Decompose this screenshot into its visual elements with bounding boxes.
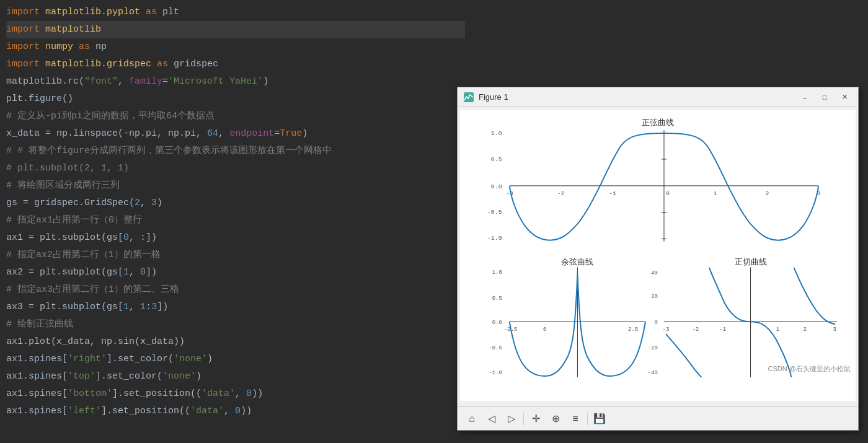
code-token: # 指定ax3占用第二行（1）的第二、三格 [6,281,179,299]
code-token: gs [6,195,23,212]
maximize-button[interactable]: □ [816,91,833,103]
code-line: ax1.spines['right'].set_color('none') [6,351,465,368]
svg-text:20: 20 [651,294,658,300]
code-token: numpy [45,38,73,56]
code-token: 0 [123,229,129,247]
pan-button[interactable]: ✛ [526,410,545,428]
code-token: , np.pi, [157,125,207,143]
svg-text:余弦曲线: 余弦曲线 [561,257,593,266]
code-token: # 将绘图区域分成两行三列 [6,177,120,195]
save-button[interactable]: 💾 [590,410,609,428]
code-token: ].set_position(( [112,385,202,403]
svg-text:-2: -2 [692,327,699,333]
code-line: ax1.spines['left'].set_position(('data',… [6,403,465,420]
code-token: = [29,299,34,316]
code-token: import [6,4,45,21]
code-token: import [6,21,45,38]
config-button[interactable]: ≡ [566,410,585,428]
code-token: 2 [135,195,140,212]
svg-text:正切曲线: 正切曲线 [735,257,767,266]
svg-text:-0.5: -0.5 [487,209,502,216]
home-button[interactable]: ⌂ [463,410,481,428]
plot-area: 正弦曲线 -3 -2 -1 1 2 3 0 1.0 0.5 0.0 -0.5 -… [460,110,856,401]
code-line: # 绘制正弦曲线 [6,316,465,333]
code-token: , [118,73,129,90]
figure-title: Figure 1 [479,92,796,102]
svg-text:-1: -1 [609,190,616,197]
code-token: matplotlib [45,21,101,38]
code-token: ax3 [6,299,29,316]
code-token: 'none' [162,368,196,385]
code-line: import matplotlib [6,21,465,38]
svg-text:-20: -20 [648,345,658,351]
code-token: 1 [140,299,146,316]
code-token: = [29,229,34,247]
code-line: # 定义从-pi到pi之间的数据，平均取64个数据点 [6,108,465,125]
svg-text:1.0: 1.0 [492,270,502,276]
code-token: ax1.spines[ [6,403,68,420]
watermark: CSDN @石头缝里的小松鼠 [768,364,851,374]
zoom-button[interactable]: ⊕ [546,410,565,428]
code-editor[interactable]: import matplotlib.pyplot as pltimport ma… [0,0,465,443]
code-token: , [235,385,246,403]
code-token: 'none' [174,351,207,368]
code-token: 'left' [68,403,101,420]
svg-text:40: 40 [651,270,658,276]
code-token: 3 [151,299,157,316]
code-token: 64 [207,125,218,143]
minimize-button[interactable]: – [796,91,813,103]
code-token: ].set_position(( [101,403,190,420]
code-token: matplotlib.rc( [6,73,84,90]
code-token: ax1.spines[ [6,385,68,403]
code-token: , [140,195,151,212]
code-line: import numpy as np [6,38,465,56]
code-line: # # 将整个figure分成两行两列，第三个参数表示将该图形放在第一个网格中 [6,143,465,160]
svg-text:0.0: 0.0 [491,183,502,190]
code-token: as [140,4,162,21]
code-token: = [274,125,280,143]
code-token: import [6,56,45,73]
forward-button[interactable]: ▷ [502,410,521,428]
code-line: x_data = np.linspace(-np.pi, np.pi, 64, … [6,125,465,143]
svg-text:-0.5: -0.5 [489,345,502,351]
code-token: , :]) [129,229,157,247]
code-token: # 指定ax2占用第二行（1）的第一格 [6,247,161,264]
code-token: 1 [123,299,129,316]
back-button[interactable]: ◁ [482,410,501,428]
code-token: ax2 [6,264,29,281]
svg-text:-2: -2 [557,190,565,197]
code-token: # 指定ax1占用第一行（0）整行 [6,212,142,229]
svg-text:1.0: 1.0 [491,130,502,137]
code-line: ax1.spines['bottom'].set_position(('data… [6,385,465,403]
code-token: matplotlib.gridspec [45,56,151,73]
code-token: ) [207,351,213,368]
code-line: # 指定ax3占用第二行（1）的第二、三格 [6,281,465,299]
code-token: , [224,403,235,420]
svg-text:2: 2 [804,327,807,333]
code-line: ax2 = plt.subplot(gs[1, 0]) [6,264,465,281]
figure-toolbar: ⌂ ◁ ▷ ✛ ⊕ ≡ 💾 [458,406,858,430]
code-token: plt.subplot(gs[ [34,264,123,281]
code-token: ]) [146,264,157,281]
code-token: -np.pi [123,125,157,143]
code-token: gridspec.GridSpec( [29,195,135,212]
svg-text:2: 2 [765,190,769,197]
code-token: np [95,38,107,56]
code-token: ].set_color( [95,368,162,385]
code-line: # plt.subplot(2, 1, 1) [6,160,465,177]
code-token: = [162,73,168,90]
code-token: 1 [123,264,129,281]
window-controls: – □ ✕ [796,91,853,103]
toolbar-separator-2 [587,413,588,425]
code-token: , [129,264,140,281]
code-line: ax1 = plt.subplot(gs[0, :]) [6,229,465,247]
code-token: ax1 [6,229,29,247]
code-token: )) [241,403,252,420]
code-token: 'data' [202,385,235,403]
svg-text:正弦曲线: 正弦曲线 [642,118,674,127]
code-token: # 定义从-pi到pi之间的数据，平均取64个数据点 [6,108,215,125]
close-button[interactable]: ✕ [836,91,853,103]
toolbar-separator-1 [523,413,524,425]
code-token: plt.subplot(gs[ [34,229,123,247]
code-token: )) [252,385,263,403]
